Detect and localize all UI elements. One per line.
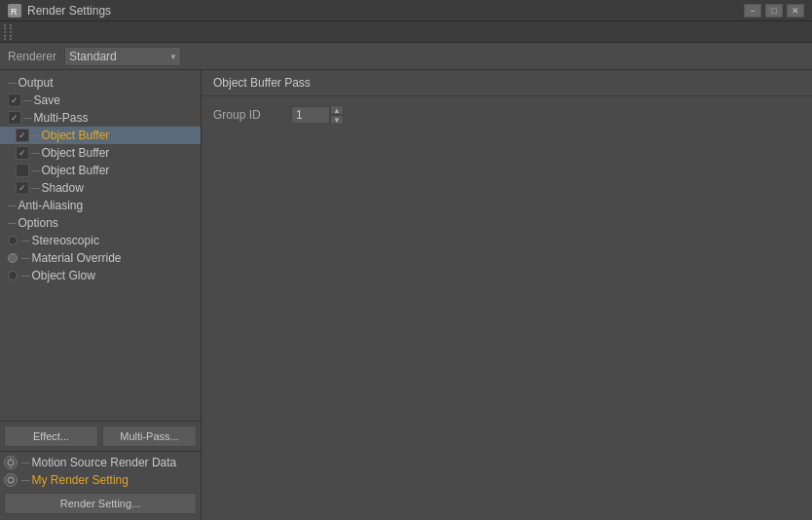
app-icon: R	[8, 4, 21, 18]
check-objectbuffer2[interactable]	[16, 146, 29, 160]
main-layout: ─ Output ─ Save ─ Multi-Pass ─ Object Bu…	[0, 70, 812, 520]
tree-label-multipass: Multi-Pass	[34, 111, 89, 125]
tree-dash: ─	[31, 129, 40, 142]
render-settings-item-my[interactable]: ─ My Render Setting	[0, 471, 201, 489]
panel-content: Group ID ▲ ▼	[202, 96, 812, 137]
svg-point-5	[8, 477, 14, 483]
title-bar: R Render Settings − □ ✕	[0, 0, 812, 21]
tree-item-objectbuffer1[interactable]: ─ Object Buffer	[0, 127, 201, 144]
check-materialoverride[interactable]	[8, 253, 18, 263]
group-id-spinner: ▲ ▼	[291, 105, 344, 125]
close-button[interactable]: ✕	[787, 4, 804, 18]
spin-buttons: ▲ ▼	[330, 105, 344, 125]
spin-down-button[interactable]: ▼	[330, 115, 344, 125]
tree-label-objectbuffer1: Object Buffer	[42, 129, 110, 142]
check-shadow[interactable]	[16, 181, 29, 195]
tree-item-save[interactable]: ─ Save	[0, 92, 201, 109]
check-save[interactable]	[8, 93, 21, 107]
tree-dash: ─	[31, 181, 40, 195]
tree-dash: ─	[21, 473, 30, 487]
renderer-select[interactable]: Standard	[64, 47, 181, 66]
tree-label-options: Options	[18, 216, 58, 230]
spin-up-button[interactable]: ▲	[330, 105, 344, 115]
svg-point-2	[8, 460, 14, 465]
minimize-button[interactable]: −	[744, 4, 761, 18]
tree-dash: ─	[21, 234, 30, 247]
renderer-row: Renderer Standard	[0, 43, 812, 70]
tree-item-objectbuffer2[interactable]: ─ Object Buffer	[0, 144, 201, 162]
tree-dash: ─	[23, 93, 32, 107]
panel-title: Object Buffer Pass	[202, 70, 812, 96]
window-title: Render Settings	[27, 4, 744, 18]
tree-label-objectbuffer3: Object Buffer	[42, 164, 110, 177]
render-settings-label-motion: Motion Source Render Data	[32, 456, 177, 469]
check-objectbuffer1[interactable]	[16, 129, 29, 142]
bottom-buttons: Effect... Multi-Pass...	[0, 421, 201, 451]
effect-button[interactable]: Effect...	[4, 426, 98, 447]
render-settings-label-my: My Render Setting	[32, 473, 129, 487]
tree-label-stereoscopic: Stereoscopic	[32, 234, 99, 247]
tree-label-objectbuffer2: Object Buffer	[42, 146, 110, 160]
render-settings-section: ─ Motion Source Render Data ─ My Render …	[0, 451, 201, 520]
tree-item-multipass[interactable]: ─ Multi-Pass	[0, 109, 201, 127]
tree-label-save: Save	[34, 93, 60, 107]
tree-dash: ─	[21, 456, 30, 469]
group-id-row: Group ID ▲ ▼	[213, 104, 800, 126]
check-stereoscopic[interactable]	[8, 236, 18, 245]
group-id-input[interactable]	[291, 106, 330, 124]
tree-label-output: Output	[18, 76, 54, 90]
tree-label-shadow: Shadow	[42, 181, 84, 195]
tree-item-antialiasing[interactable]: ─ Anti-Aliasing	[0, 197, 201, 214]
tree-dash: ─	[8, 199, 17, 212]
svg-text:R: R	[11, 7, 18, 17]
render-setting-button[interactable]: Render Setting...	[4, 493, 197, 514]
tree-dash: ─	[31, 146, 40, 160]
render-setting-btn-wrapper: Render Setting...	[0, 489, 201, 518]
renderer-select-wrapper[interactable]: Standard	[64, 47, 181, 66]
multipass-button[interactable]: Multi-Pass...	[102, 426, 197, 447]
tree-dash: ─	[31, 164, 40, 177]
maximize-button[interactable]: □	[765, 4, 783, 18]
tree-label-objectglow: Object Glow	[32, 269, 95, 282]
toolbar	[0, 21, 812, 43]
tree-item-options[interactable]: ─ Options	[0, 214, 201, 232]
tree-dash: ─	[21, 251, 30, 265]
right-panel: Object Buffer Pass Group ID ▲ ▼	[202, 70, 812, 520]
group-id-label: Group ID	[213, 108, 291, 122]
check-objectbuffer3[interactable]	[16, 164, 29, 177]
tree-item-shadow[interactable]: ─ Shadow	[0, 179, 201, 197]
tree-dash: ─	[8, 76, 17, 90]
tree-item-objectglow[interactable]: ─ Object Glow	[0, 267, 201, 284]
tree-item-materialoverride[interactable]: ─ Material Override	[0, 249, 201, 267]
tree-label-antialiasing: Anti-Aliasing	[18, 199, 84, 212]
tree-item-stereoscopic[interactable]: ─ Stereoscopic	[0, 232, 201, 249]
check-objectglow[interactable]	[8, 271, 18, 280]
window-controls: − □ ✕	[744, 4, 804, 18]
gear-icon-my	[4, 473, 18, 487]
left-panel: ─ Output ─ Save ─ Multi-Pass ─ Object Bu…	[0, 70, 202, 520]
gear-icon-motion	[4, 456, 18, 469]
tree-item-output[interactable]: ─ Output	[0, 74, 201, 92]
tree-item-objectbuffer3[interactable]: ─ Object Buffer	[0, 162, 201, 179]
renderer-label: Renderer	[8, 50, 56, 63]
tree-area: ─ Output ─ Save ─ Multi-Pass ─ Object Bu…	[0, 70, 201, 421]
toolbar-grip	[4, 24, 12, 40]
tree-dash: ─	[23, 111, 32, 125]
render-settings-item-motion[interactable]: ─ Motion Source Render Data	[0, 454, 201, 471]
check-multipass[interactable]	[8, 111, 21, 125]
tree-dash: ─	[8, 216, 17, 230]
tree-label-materialoverride: Material Override	[32, 251, 122, 265]
tree-dash: ─	[21, 269, 30, 282]
